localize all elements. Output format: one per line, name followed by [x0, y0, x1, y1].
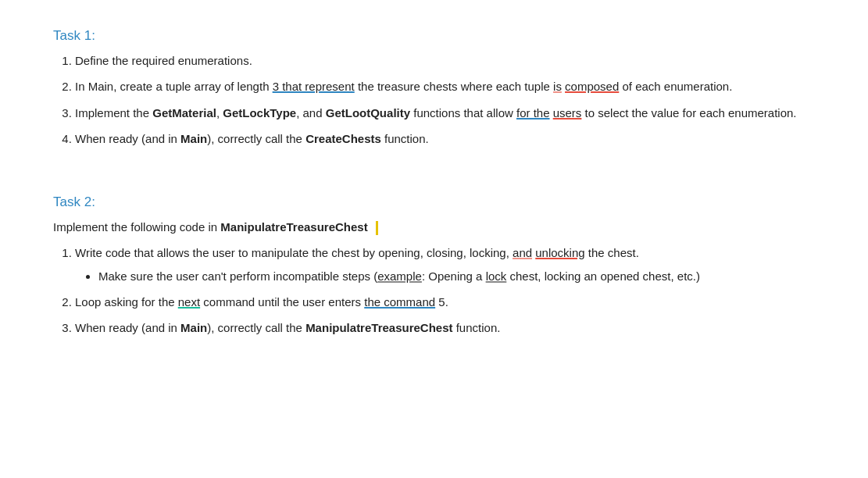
list-item: When ready (and in Main), correctly call…	[75, 130, 815, 148]
text-segment: Implement the following code in	[53, 220, 220, 234]
text-segment: of each enumeration.	[619, 80, 732, 93]
text-segment: ManipulatreTreasureChest	[305, 321, 452, 334]
text-segment: example	[377, 269, 422, 283]
text-segment: ,	[216, 106, 223, 120]
text-segment: When ready (and in	[75, 321, 180, 334]
text-segment: , and	[296, 106, 326, 120]
text-segment: and	[513, 246, 532, 259]
text-segment: Loop asking for the	[75, 295, 178, 309]
text-segment: unlocking	[535, 246, 584, 259]
text-segment: ), correctly call the	[207, 321, 305, 334]
text-segment: 5.	[435, 295, 448, 309]
text-segment: GetMaterial	[152, 106, 216, 120]
text-segment: When ready (and in	[75, 132, 180, 145]
list-item: Loop asking for the next command until t…	[75, 293, 815, 311]
text-segment: composed	[565, 80, 619, 93]
text-segment: function.	[381, 132, 429, 145]
task-intro-2: Implement the following code in Manipula…	[53, 218, 815, 236]
task-section-2: Task 2:Implement the following code in M…	[53, 194, 815, 337]
text-segment: the command	[364, 295, 435, 309]
text-segment: In Main, create a tuple array of length	[75, 80, 273, 93]
text-segment: GetLootQuality	[326, 106, 410, 120]
text-segment: to select the value for each enumeration…	[581, 106, 796, 120]
text-segment: Main	[180, 321, 207, 334]
sublist: Make sure the user can't perform incompa…	[75, 267, 815, 285]
text-segment: : Opening a	[422, 269, 486, 283]
text-segment: functions that allow	[410, 106, 516, 120]
task-title-2: Task 2:	[53, 194, 815, 210]
task-list-1: Define the required enumerations.In Main…	[53, 52, 815, 148]
task-title-1: Task 1:	[53, 28, 815, 44]
text-segment: Write code that allows the user to manip…	[75, 246, 513, 259]
text-segment: CreateChests	[305, 132, 381, 145]
list-item: Implement the GetMaterial, GetLockType, …	[75, 104, 815, 122]
task-section-1: Task 1:Define the required enumerations.…	[53, 28, 815, 171]
text-segment: GetLockType	[223, 106, 296, 120]
text-segment: command until the user enters	[200, 295, 364, 309]
text-segment: Make sure the user can't perform incompa…	[98, 269, 377, 283]
task-list-2: Write code that allows the user to manip…	[53, 244, 815, 337]
text-segment: the treasure chests where each tuple	[355, 80, 553, 93]
text-segment: Main	[180, 132, 207, 145]
list-item: Write code that allows the user to manip…	[75, 244, 815, 285]
text-segment: is	[553, 80, 562, 93]
text-segment: lock	[486, 269, 507, 283]
text-segment: Implement the	[75, 106, 152, 120]
text-segment: 3 that represent	[273, 80, 355, 93]
cursor-bar	[376, 221, 378, 235]
list-item: Define the required enumerations.	[75, 52, 815, 70]
text-segment	[368, 220, 371, 234]
text-segment: users	[553, 106, 582, 120]
text-segment: ManipulatreTreasureChest	[220, 220, 367, 234]
sublist-item: Make sure the user can't perform incompa…	[98, 267, 815, 285]
text-segment: the chest.	[585, 246, 639, 259]
list-item: When ready (and in Main), correctly call…	[75, 319, 815, 337]
text-segment: function.	[453, 321, 501, 334]
text-segment: for the	[516, 106, 550, 120]
text-segment: chest, locking an opened chest, etc.)	[506, 269, 700, 283]
text-segment: ), correctly call the	[207, 132, 305, 145]
text-segment: next	[178, 295, 200, 309]
list-item: In Main, create a tuple array of length …	[75, 77, 815, 95]
